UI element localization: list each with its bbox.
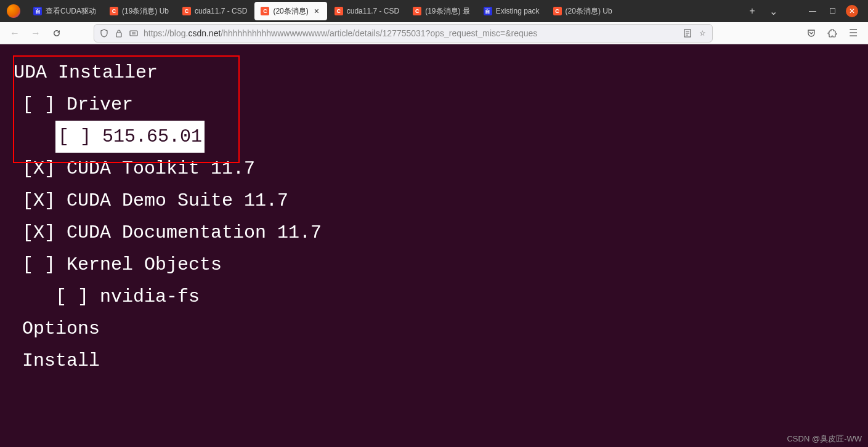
tab-label: (19条消息) Ub: [122, 6, 169, 17]
tab-label: (20条消息): [273, 6, 308, 17]
csdn-favicon: C: [335, 7, 343, 15]
tab-3[interactable]: C(20条消息)×: [254, 2, 327, 20]
url-text: https://blog.csdn.net/hhhhhhhhhhwwwwwwww…: [144, 28, 678, 38]
tab-label: cuda11.7 - CSD: [347, 7, 399, 15]
window-controls: — ☐ ✕: [806, 5, 858, 17]
reader-mode-icon[interactable]: [683, 28, 692, 38]
window-close-button[interactable]: ✕: [846, 5, 858, 17]
tab-strip: 百查看CUDA驱动C(19条消息) UbCcuda11.7 - CSDC(20条…: [27, 0, 740, 22]
shield-icon: [99, 28, 109, 38]
lock-icon: [114, 28, 124, 38]
new-tab-button[interactable]: +: [744, 2, 761, 20]
options-line[interactable]: Options: [0, 313, 868, 345]
tab-4[interactable]: Ccuda11.7 - CSD: [328, 2, 405, 20]
tab-controls: + ⌄: [744, 2, 782, 20]
back-button[interactable]: ←: [6, 25, 23, 42]
titlebar: 百查看CUDA驱动C(19条消息) UbCcuda11.7 - CSDC(20条…: [0, 0, 868, 22]
watermark: CSDN @臭皮匠-WW: [787, 433, 862, 445]
reload-button[interactable]: [48, 25, 65, 42]
toolbar: ← → https://blog.csdn.net/hhhhhhhhhhwwww…: [0, 22, 868, 44]
csdn-favicon: C: [182, 7, 191, 15]
tab-close-icon[interactable]: ×: [312, 7, 321, 15]
tab-6[interactable]: 百Existing pack: [477, 2, 546, 20]
window-chrome: 百查看CUDA驱动C(19条消息) UbCcuda11.7 - CSDC(20条…: [0, 0, 868, 44]
installer-item-3[interactable]: [X] CUDA Demo Suite 11.7: [0, 185, 868, 217]
installer-item-6[interactable]: [ ] nvidia-fs: [0, 281, 868, 313]
csdn-favicon: C: [413, 7, 421, 15]
tab-2[interactable]: Ccuda11.7 - CSD: [176, 2, 253, 20]
tab-label: (19条消息) 最: [425, 6, 470, 17]
tab-label: cuda11.7 - CSD: [195, 7, 247, 15]
bookmark-star-icon[interactable]: ☆: [697, 28, 707, 38]
terminal-content: UDA Installer [ ] Driver [ ] 515.65.01[X…: [0, 44, 868, 447]
tab-0[interactable]: 百查看CUDA驱动: [27, 2, 102, 20]
permissions-icon: [129, 28, 139, 38]
installer-item-5[interactable]: [ ] Kernel Objects: [0, 249, 868, 281]
csdn-favicon: C: [110, 7, 118, 15]
minimize-button[interactable]: —: [806, 5, 819, 17]
app-menu-button[interactable]: ☰: [845, 25, 862, 42]
baidu-favicon: 百: [484, 7, 492, 15]
extensions-button[interactable]: [824, 25, 841, 42]
install-line[interactable]: Install: [0, 345, 868, 377]
installer-item-4[interactable]: [X] CUDA Documentation 11.7: [0, 217, 868, 249]
maximize-button[interactable]: ☐: [826, 5, 838, 17]
tab-1[interactable]: C(19条消息) Ub: [103, 2, 175, 20]
tab-7[interactable]: C(20条消息) Ub: [547, 2, 619, 20]
firefox-app-icon: [4, 1, 23, 21]
list-tabs-button[interactable]: ⌄: [765, 2, 782, 20]
highlight-box: [13, 55, 240, 163]
toolbar-right: ☰: [803, 25, 862, 42]
reload-icon: [52, 28, 62, 38]
tab-label: 查看CUDA驱动: [46, 6, 96, 17]
svg-rect-0: [116, 33, 121, 37]
tab-label: Existing pack: [496, 7, 540, 15]
forward-button[interactable]: →: [27, 25, 44, 42]
pocket-button[interactable]: [803, 25, 820, 42]
url-bar[interactable]: https://blog.csdn.net/hhhhhhhhhhwwwwwwww…: [94, 24, 713, 42]
svg-rect-1: [130, 31, 137, 36]
csdn-favicon: C: [261, 7, 269, 15]
tab-label: (20条消息) Ub: [566, 6, 612, 17]
tab-5[interactable]: C(19条消息) 最: [407, 2, 476, 20]
csdn-favicon: C: [553, 7, 562, 15]
baidu-favicon: 百: [33, 7, 42, 15]
